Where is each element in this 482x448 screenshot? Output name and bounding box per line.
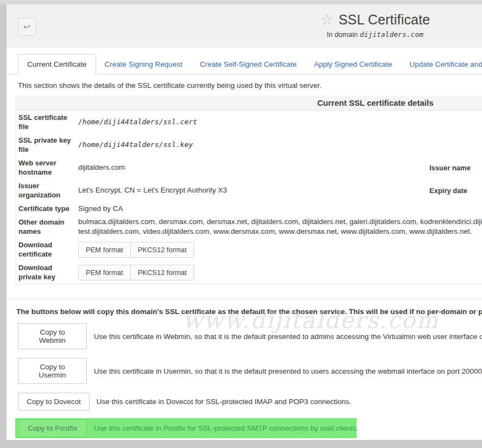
window-top-strip: [0, 0, 482, 4]
tab-update-certificate-and-key[interactable]: Update Certificate and Key: [401, 55, 482, 74]
title-block: ☆ SSL Certificate In domain dijitalders.…: [320, 12, 430, 39]
page-header: ↩ ☆ SSL Certificate In domain dijitalder…: [7, 4, 482, 48]
copy-dovecot-row: Copy to Dovecot Use this certificate in …: [15, 392, 482, 412]
section-divider: [7, 299, 482, 299]
details-table-title: Current SSL certificate details: [16, 95, 482, 111]
webmin-description: Use this certificate in Webmin, so that …: [94, 332, 482, 341]
dovecot-description: Use this certificate in Dovecot for SSL-…: [97, 398, 351, 406]
domain-name: dijitalders.com: [360, 30, 423, 39]
row-label: SSL certificate file: [18, 112, 78, 132]
row-label: Other domain names: [18, 216, 78, 237]
table-row-hostname: Web server hostname dijitalders.com Issu…: [16, 156, 482, 179]
tab-current-certificate[interactable]: Current Certificate: [18, 54, 96, 74]
usermin-description: Use this certificate in Usermin, so that…: [94, 367, 482, 375]
row-label: Download certificate: [18, 239, 78, 260]
download-cert-pkcs12-button[interactable]: PKCS12 format: [130, 242, 194, 258]
copy-section-intro: The buttons below will copy this domain'…: [16, 308, 482, 316]
subtitle-prefix: In domain: [327, 30, 358, 39]
issuer-org-value: Let's Encrypt, CN = Let's Encrypt Author…: [78, 185, 429, 195]
table-row-cert-type: Certificate type Signed by CA: [16, 202, 482, 215]
row-label: Web server hostname: [18, 157, 78, 178]
back-button[interactable]: ↩: [18, 18, 36, 36]
download-key-pkcs12-button[interactable]: PKCS12 format: [130, 265, 194, 280]
other-domains-line2: test.dijitalders.com, video.dijitalders.…: [78, 227, 482, 236]
cert-type-value: Signed by CA: [78, 204, 429, 214]
certificate-details-table: Current SSL certificate details SSL cert…: [15, 95, 482, 284]
row-label: Issuer organization: [18, 180, 78, 201]
postfix-description: Use this certificate in Postfix for SSL-…: [94, 424, 358, 432]
download-cert-button-group: PEM format PKCS12 format: [78, 240, 194, 259]
tab-create-self-signed-certificate[interactable]: Create Self-Signed Certificate: [191, 55, 306, 74]
tab-apply-signed-certificate[interactable]: Apply Signed Certificate: [305, 55, 401, 74]
issuer-name-label: Issuer name: [429, 164, 482, 172]
row-label: SSL private key file: [18, 135, 78, 155]
copy-usermin-row: Copy to Usermin Use this certificate in …: [15, 357, 482, 385]
back-icon: ↩: [23, 22, 30, 31]
page-title: SSL Certificate: [339, 12, 430, 28]
other-domains-line1: bulmaca.dijitalders.com, dersmax.com, de…: [78, 217, 482, 227]
cert-file-path: /home/diji44talders/ssl.cert: [78, 117, 429, 127]
favorite-star-icon[interactable]: ☆: [320, 12, 334, 28]
table-row-download-key: Download private key PEM format PKCS12 f…: [16, 261, 482, 284]
key-file-path: /home/diji44talders/ssl.key: [78, 140, 429, 150]
row-label: Download private key: [18, 262, 78, 283]
ssl-certificate-page: ↩ ☆ SSL Certificate In domain dijitalder…: [7, 4, 482, 440]
expiry-date-label: Expiry date: [429, 187, 482, 195]
copy-webmin-row: Copy to Webmin Use this certificate in W…: [15, 322, 482, 350]
table-row-download-cert: Download certificate PEM format PKCS12 f…: [16, 238, 482, 261]
copy-to-postfix-button[interactable]: Copy to Postfix: [18, 419, 87, 437]
copy-to-dovecot-button[interactable]: Copy to Dovecot: [18, 393, 90, 411]
hostname-value: dijitalders.com: [78, 163, 429, 172]
table-row-key-file: SSL private key file /home/diji44talders…: [16, 133, 482, 156]
table-row-cert-file: SSL certificate file /home/diji44talders…: [16, 111, 482, 133]
copy-to-usermin-button[interactable]: Copy to Usermin: [18, 358, 87, 384]
copy-to-webmin-button[interactable]: Copy to Webmin: [18, 323, 87, 349]
page-subtitle: In domain dijitalders.com: [320, 30, 430, 39]
tab-create-signing-request[interactable]: Create Signing Request: [96, 55, 191, 74]
download-cert-pem-button[interactable]: PEM format: [78, 242, 131, 258]
other-domains-value: bulmaca.dijitalders.com, dersmax.com, de…: [78, 217, 482, 236]
table-row-other-domains: Other domain names bulmaca.dijitalders.c…: [16, 215, 482, 238]
table-row-issuer-org: Issuer organization Let's Encrypt, CN = …: [16, 179, 482, 202]
copy-postfix-row-highlighted: Copy to Postfix Use this certificate in …: [15, 418, 357, 438]
section-intro: This section shows the details of the SS…: [18, 81, 482, 89]
download-key-pem-button[interactable]: PEM format: [78, 265, 131, 280]
row-label: Certificate type: [18, 203, 78, 214]
tab-bar: Current Certificate Create Signing Reque…: [7, 54, 482, 74]
download-key-button-group: PEM format PKCS12 format: [78, 263, 194, 282]
